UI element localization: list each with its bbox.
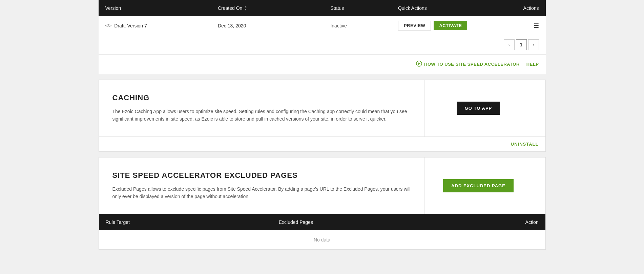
excluded-pages-table-header: Rule Target Excluded Pages Action: [99, 214, 545, 230]
how-to-link[interactable]: HOW TO USE SITE SPEED ACCELERATOR: [416, 61, 520, 68]
quick-actions-cell: PREVIEW ACTIVATE: [398, 21, 482, 30]
pagination-next-button[interactable]: ›: [528, 39, 539, 50]
sort-arrows-created[interactable]: ▲ ▼: [244, 5, 247, 11]
preview-button[interactable]: PREVIEW: [398, 21, 431, 30]
status-badge: Inactive: [330, 23, 347, 28]
col-header-actions: Actions: [482, 5, 539, 11]
code-icon: </>: [105, 23, 112, 28]
col-header-action: Action: [452, 219, 539, 225]
excluded-pages-description: Excluded Pages allows to exclude specifi…: [112, 185, 411, 201]
col-header-created: Created On ▲ ▼: [218, 5, 330, 11]
help-label: HELP: [526, 62, 539, 67]
status-header-label: Status: [330, 5, 344, 11]
caching-title: CACHING: [112, 93, 411, 102]
pagination-page-1-button[interactable]: 1: [516, 39, 527, 50]
excluded-pages-header-label: Excluded Pages: [279, 219, 313, 225]
version-cell: </> Draft: Version 7: [105, 23, 218, 28]
svg-marker-1: [418, 63, 420, 65]
version-header-label: Version: [105, 5, 121, 11]
pagination-prev-button[interactable]: ‹: [504, 39, 515, 50]
table-row: </> Draft: Version 7 Dec 13, 2020 Inacti…: [99, 16, 546, 35]
excluded-pages-action-panel: ADD EXCLUDED PAGE: [424, 157, 533, 214]
col-header-quick-actions: Quick Actions: [398, 5, 482, 11]
rule-target-header-label: Rule Target: [106, 219, 130, 225]
status-cell: Inactive: [330, 23, 398, 28]
sort-down-icon[interactable]: ▼: [244, 8, 247, 11]
caching-action-panel: GO TO APP: [424, 80, 533, 136]
created-date-cell: Dec 13, 2020: [218, 23, 330, 28]
add-excluded-page-button[interactable]: ADD EXCLUDED PAGE: [443, 179, 514, 192]
excluded-pages-card-inner: SITE SPEED ACCELERATOR EXCLUDED PAGES Ex…: [99, 157, 545, 214]
created-on-header-label: Created On: [218, 5, 242, 11]
play-icon: [416, 61, 422, 68]
excluded-pages-content: SITE SPEED ACCELERATOR EXCLUDED PAGES Ex…: [99, 157, 424, 214]
excluded-pages-title: SITE SPEED ACCELERATOR EXCLUDED PAGES: [112, 171, 411, 180]
uninstall-link[interactable]: UNINSTALL: [511, 142, 539, 147]
actions-cell: ☰: [482, 22, 539, 29]
created-date-value: Dec 13, 2020: [218, 23, 246, 28]
sort-up-icon[interactable]: ▲: [244, 5, 247, 8]
hamburger-menu-icon[interactable]: ☰: [534, 22, 539, 29]
version-label: Draft: Version 7: [114, 23, 147, 28]
no-data-label: No data: [314, 237, 330, 243]
caching-description: The Ezoic Caching App allows users to op…: [112, 108, 411, 123]
caching-card-inner: CACHING The Ezoic Caching App allows use…: [99, 80, 545, 136]
help-link[interactable]: HELP: [526, 62, 539, 67]
version-table-header: Version Created On ▲ ▼ Status Quick Acti…: [99, 0, 546, 16]
go-to-app-button[interactable]: GO TO APP: [457, 102, 500, 115]
col-header-version: Version: [105, 5, 218, 11]
actions-header-label: Actions: [523, 5, 539, 11]
caching-content: CACHING The Ezoic Caching App allows use…: [99, 80, 424, 136]
col-header-rule-target: Rule Target: [106, 219, 279, 225]
uninstall-bar: UNINSTALL: [99, 136, 545, 151]
action-header-label: Action: [525, 219, 539, 225]
activate-button[interactable]: ACTIVATE: [434, 21, 467, 30]
no-data-row: No data: [99, 230, 545, 250]
excluded-pages-card: SITE SPEED ACCELERATOR EXCLUDED PAGES Ex…: [99, 157, 546, 250]
quick-actions-header-label: Quick Actions: [398, 5, 427, 11]
col-header-status: Status: [330, 5, 398, 11]
how-to-label: HOW TO USE SITE SPEED ACCELERATOR: [424, 62, 520, 67]
col-header-excluded-pages: Excluded Pages: [279, 219, 452, 225]
caching-card: CACHING The Ezoic Caching App allows use…: [99, 80, 546, 152]
pagination-bar: ‹ 1 ›: [99, 35, 546, 55]
help-bar: HOW TO USE SITE SPEED ACCELERATOR HELP: [99, 55, 546, 74]
